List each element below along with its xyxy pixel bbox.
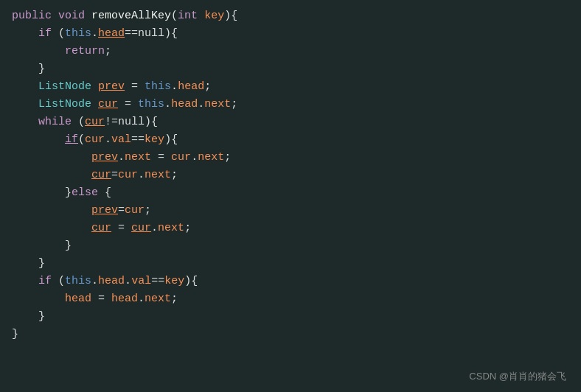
code-line: }	[12, 60, 569, 78]
code-line: ListNode prev = this.head;	[12, 78, 569, 96]
code-line: return;	[12, 43, 569, 60]
code-line: prev.next = cur.next;	[12, 149, 569, 167]
code-line: cur=cur.next;	[12, 167, 569, 184]
code-line: while (cur!=null){	[12, 113, 569, 131]
code-line: }else {	[12, 184, 569, 202]
code-line: head = head.next;	[12, 290, 569, 308]
code-line: if (this.head.val==key){	[12, 273, 569, 290]
code-line: }	[12, 255, 569, 273]
code-line: if (this.head==null){	[12, 25, 569, 43]
code-block: public void removeAllKey(int key){ if (t…	[0, 0, 581, 392]
code-line: cur = cur.next;	[12, 220, 569, 237]
code-line: }	[12, 237, 569, 255]
code-line: public void removeAllKey(int key){	[12, 7, 569, 25]
code-line: }	[12, 308, 569, 326]
code-line: if(cur.val==key){	[12, 131, 569, 149]
code-lines: public void removeAllKey(int key){ if (t…	[12, 7, 569, 343]
watermark: CSDN @肖肖的猪会飞	[469, 370, 566, 383]
code-line: }	[12, 326, 569, 343]
code-line: ListNode cur = this.head.next;	[12, 96, 569, 113]
code-line: prev=cur;	[12, 202, 569, 220]
